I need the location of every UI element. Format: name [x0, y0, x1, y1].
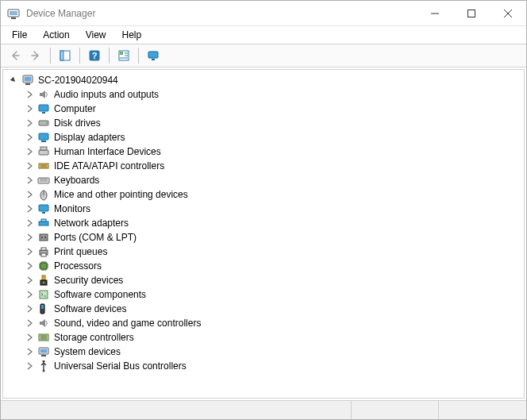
usb-icon	[37, 360, 50, 372]
svg-rect-16	[42, 112, 45, 114]
tree-category[interactable]: Disk drives	[19, 116, 524, 130]
security-icon	[37, 274, 50, 287]
tree-category[interactable]: Security devices	[19, 273, 524, 287]
tree-category[interactable]: Storage controllers	[19, 330, 524, 345]
expand-icon[interactable]	[24, 246, 35, 257]
svg-point-47	[43, 370, 45, 372]
menu-view[interactable]: View	[78, 28, 114, 42]
svg-rect-34	[41, 248, 46, 250]
expand-icon[interactable]	[24, 203, 35, 214]
expand-icon[interactable]	[24, 275, 35, 286]
keyboard-icon	[37, 174, 50, 187]
tree-category-label: Software components	[52, 289, 148, 300]
tree-root[interactable]: SC-201904020944	[3, 73, 524, 87]
forward-button[interactable]	[26, 46, 45, 65]
tree-category-label: Computer	[52, 103, 98, 114]
svg-rect-27	[42, 212, 45, 214]
tree-category-label: IDE ATA/ATAPI controllers	[52, 160, 166, 171]
cpu-icon	[37, 260, 50, 272]
svg-rect-35	[41, 253, 46, 256]
help-button[interactable]: ?	[85, 46, 104, 65]
tree-category[interactable]: Audio inputs and outputs	[19, 87, 524, 102]
svg-rect-23	[39, 164, 48, 168]
show-hide-console-tree-button[interactable]	[56, 46, 75, 65]
tree-category[interactable]: Human Interface Devices	[19, 144, 524, 159]
tree-category[interactable]: Software components	[19, 287, 524, 302]
monitor-button[interactable]	[144, 46, 163, 65]
svg-point-39	[43, 282, 44, 283]
tree-category[interactable]: Computer	[19, 102, 524, 116]
collapse-icon[interactable]	[8, 75, 19, 86]
tree-category[interactable]: Mice and other pointing devices	[19, 187, 524, 202]
disk-icon	[37, 117, 50, 129]
back-button[interactable]	[6, 46, 25, 65]
expand-icon[interactable]	[24, 175, 35, 186]
expand-icon[interactable]	[24, 303, 35, 314]
tree-category-label: Print queues	[52, 246, 109, 257]
svg-rect-9	[120, 52, 123, 55]
tree-category-label: Display adapters	[52, 132, 126, 143]
expand-icon[interactable]	[24, 89, 35, 100]
menu-action[interactable]: Action	[35, 28, 77, 42]
tree-category[interactable]: Keyboards	[19, 173, 524, 187]
tree-category[interactable]: Ports (COM & LPT)	[19, 230, 524, 245]
close-button[interactable]	[490, 1, 526, 25]
menu-help[interactable]: Help	[114, 28, 150, 42]
scan-hardware-button[interactable]	[114, 46, 133, 65]
maximize-button[interactable]	[453, 1, 490, 25]
storage-icon	[37, 331, 50, 344]
tree-category-label: Universal Serial Bus controllers	[52, 360, 188, 372]
svg-rect-42	[41, 305, 44, 309]
svg-rect-5	[60, 51, 63, 60]
expand-icon[interactable]	[24, 346, 35, 357]
expand-icon[interactable]	[24, 160, 35, 171]
expand-icon[interactable]	[24, 118, 35, 129]
tree-category[interactable]: Universal Serial Bus controllers	[19, 359, 524, 373]
tree-category-label: System devices	[52, 346, 122, 357]
device-tree[interactable]: SC-201904020944 Audio inputs and outputs…	[2, 69, 525, 399]
expand-icon[interactable]	[24, 318, 35, 329]
expand-icon[interactable]	[24, 218, 35, 229]
tree-category[interactable]: Display adapters	[19, 130, 524, 144]
expand-icon[interactable]	[24, 260, 35, 272]
toolbar: ?	[1, 44, 526, 67]
tree-category-label: Network adapters	[52, 218, 130, 229]
tree-category-label: Disk drives	[52, 118, 102, 129]
expand-icon[interactable]	[24, 332, 35, 343]
minimize-button[interactable]	[417, 1, 453, 25]
tree-category[interactable]: Network adapters	[19, 216, 524, 230]
mouse-icon	[37, 188, 50, 201]
expand-icon[interactable]	[24, 189, 35, 200]
expand-icon[interactable]	[24, 289, 35, 300]
tree-category-label: Mice and other pointing devices	[52, 189, 190, 200]
svg-rect-26	[39, 205, 48, 211]
arrow-right-icon	[29, 49, 42, 62]
help-icon: ?	[88, 49, 101, 62]
svg-rect-3	[468, 10, 475, 17]
toolbar-separator	[138, 48, 139, 64]
ide-icon	[37, 160, 50, 172]
tree-category[interactable]: Print queues	[19, 245, 524, 259]
speaker-icon	[37, 88, 50, 101]
tree-category[interactable]: Processors	[19, 259, 524, 273]
status-bar	[1, 400, 526, 419]
menu-file[interactable]: File	[4, 28, 35, 42]
svg-point-18	[46, 122, 48, 124]
tree-category[interactable]: IDE ATA/ATAPI controllers	[19, 159, 524, 173]
svg-rect-10	[148, 52, 158, 58]
tree-category[interactable]: Monitors	[19, 202, 524, 216]
expand-icon[interactable]	[24, 132, 35, 143]
expand-icon[interactable]	[24, 103, 35, 114]
tree-category[interactable]: Software devices	[19, 302, 524, 316]
sound-icon	[37, 317, 50, 329]
arrow-left-icon	[9, 49, 21, 62]
svg-point-32	[44, 237, 46, 238]
svg-rect-30	[40, 234, 48, 241]
expand-icon[interactable]	[24, 232, 35, 243]
tree-category[interactable]: Sound, video and game controllers	[19, 316, 524, 330]
expand-icon[interactable]	[24, 360, 35, 372]
expand-icon[interactable]	[24, 146, 35, 157]
tree-category[interactable]: System devices	[19, 345, 524, 359]
swdev-icon	[37, 302, 50, 315]
svg-rect-1	[10, 11, 17, 15]
